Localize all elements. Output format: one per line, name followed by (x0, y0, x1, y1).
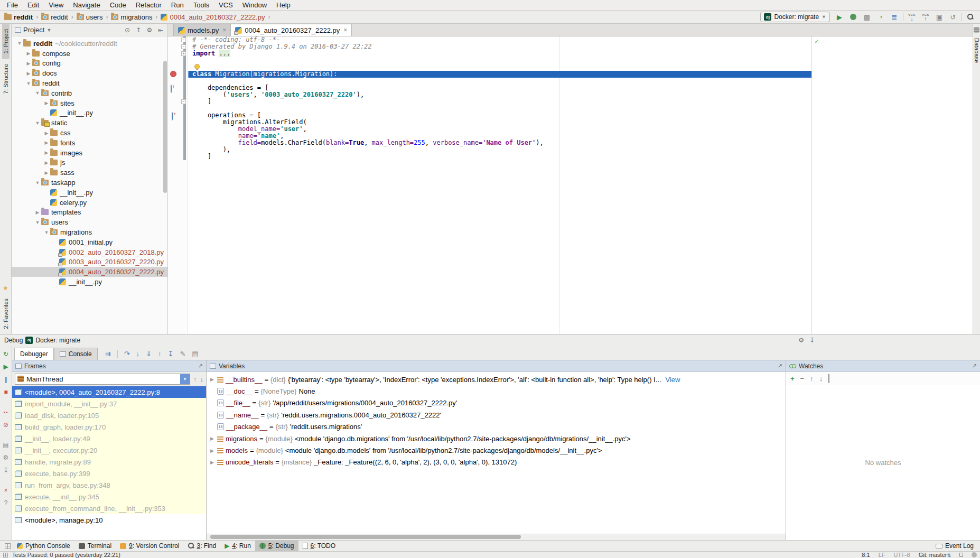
next-frame-button[interactable]: ↓ (200, 375, 204, 383)
collapse-all-button[interactable]: ↥ (135, 26, 142, 34)
step-out-button[interactable]: ↑ (158, 350, 162, 358)
tree-item-config[interactable]: ▶config (12, 59, 167, 69)
chevron-down-icon[interactable]: ▼ (34, 90, 41, 96)
restore-layout-button[interactable]: ▤ (192, 350, 198, 358)
variable-row[interactable]: ▶models = {module} <module 'django.db.mo… (207, 444, 786, 456)
breakpoint-icon[interactable] (170, 71, 176, 77)
frame-row[interactable]: build_graph, loader.py:170 (12, 421, 206, 433)
fold-collapse-icon[interactable]: − (181, 44, 186, 49)
variables-hscrollbar[interactable] (207, 534, 786, 540)
profiler-button[interactable]: ◔ (875, 12, 886, 22)
step-over-button[interactable]: ↷ (124, 350, 130, 358)
tree-item--init-py[interactable]: __init__.py (12, 108, 167, 118)
duplicate-watch-button[interactable] (828, 375, 829, 383)
variable-row[interactable]: 18__file__ = {str} '/app/reddit/users/mi… (207, 397, 786, 409)
tree-item-reddit[interactable]: ▼reddit (12, 78, 167, 88)
view-breakpoints-button[interactable]: ●● (2, 408, 10, 416)
tree-item-users[interactable]: ▼users (12, 217, 167, 227)
editor-tab-0004-auto-20160327-2222-py[interactable]: 0004_auto_20160327_2222.py× (230, 24, 352, 36)
sidebar-tab-structure[interactable]: 7: Structure (2, 59, 10, 99)
hide-panel-button[interactable]: ⇤ (157, 26, 164, 34)
chevron-right-icon[interactable]: ▶ (25, 61, 32, 66)
menu-edit[interactable]: Edit (23, 1, 44, 9)
tree-item-0001-initial-py[interactable]: 0001_initial.py (12, 237, 167, 247)
menu-refactor[interactable]: Refactor (131, 1, 166, 9)
evaluate-expression-button[interactable]: ✎ (180, 350, 185, 358)
close-tab-icon[interactable]: × (222, 26, 226, 34)
step-into-button[interactable]: ↓ (136, 350, 140, 358)
project-scrollbar[interactable] (163, 61, 167, 193)
tree-item-static[interactable]: ▼static (12, 118, 167, 128)
chevron-right-icon[interactable]: ▶ (43, 170, 50, 175)
menu-view[interactable]: View (44, 1, 68, 9)
close-tab-icon[interactable]: × (343, 26, 347, 34)
chevron-right-icon[interactable]: ▶ (43, 100, 50, 106)
frame-row[interactable]: load_disk, loader.py:105 (12, 410, 206, 421)
chevron-right-icon[interactable]: ▶ (43, 150, 50, 155)
status-message[interactable]: Tests Passed: 0 passed (yesterday 22:21) (12, 552, 120, 558)
breadcrumb-item[interactable]: users (77, 13, 103, 21)
fold-collapse-icon[interactable]: − (181, 38, 186, 42)
menu-window[interactable]: Window (238, 1, 272, 9)
toolwindow-button-9-version-control[interactable]: 9: Version Control (116, 541, 183, 551)
menu-vcs[interactable]: VCS (214, 1, 238, 9)
coverage-button[interactable]: ▩ (862, 12, 872, 22)
view-link[interactable]: View (666, 376, 680, 384)
breadcrumb-item[interactable]: migrations (111, 13, 152, 21)
undo-button[interactable]: ↺ (948, 12, 958, 22)
tree-item-migrations[interactable]: ▼migrations (12, 227, 167, 237)
stop-button[interactable]: ■ (2, 388, 10, 396)
toolwindow-button-5-debug[interactable]: 5: Debug (255, 541, 298, 551)
tree-item--init-py[interactable]: __init__.py (12, 188, 167, 198)
thread-select[interactable]: MainThread ▼ (15, 374, 190, 385)
toolwindow-button-4-run[interactable]: ▶4: Run (220, 541, 255, 551)
frame-row[interactable]: import_module, __init__.py:37 (12, 398, 206, 410)
tree-item-0003-auto-20160327-2220-py[interactable]: 0003_auto_20160327_2220.py (12, 257, 167, 267)
vcs-commit-button[interactable]: VCS↑ (920, 12, 931, 22)
pause-button[interactable]: ∥ (2, 375, 10, 384)
variable-row[interactable]: 18__name__ = {str} 'reddit.users.migrati… (207, 409, 786, 421)
chevron-down-icon[interactable]: ▼ (46, 27, 51, 33)
mute-breakpoints-button[interactable]: ⊘ (2, 421, 10, 429)
rerun-button[interactable]: ↻ (2, 350, 10, 358)
gutter-field-icon[interactable] (171, 85, 172, 93)
variable-row[interactable]: ▶unicode_literals = {instance} _Feature:… (207, 457, 786, 468)
variable-row[interactable]: 18__doc__ = {NoneType} None (207, 385, 786, 397)
frame-row[interactable]: execute, __init__.py:345 (12, 491, 206, 503)
move-watch-down-button[interactable]: ↓ (819, 375, 823, 383)
gutter-field-icon[interactable] (172, 112, 173, 120)
menu-tools[interactable]: Tools (189, 1, 214, 9)
chevron-right-icon[interactable]: ▶ (209, 377, 215, 382)
tree-item-docs[interactable]: ▶docs (12, 68, 167, 78)
frame-row[interactable]: __init__, loader.py:49 (12, 433, 206, 444)
frame-row[interactable]: execute_from_command_line, __init__.py:3… (12, 503, 206, 514)
menu-help[interactable]: Help (272, 1, 295, 9)
tree-item-fonts[interactable]: ▶fonts (12, 138, 167, 148)
tree-item--init-py[interactable]: __init__.py (12, 277, 167, 287)
float-panel-icon[interactable]: ↗ (198, 362, 203, 369)
chevron-right-icon[interactable]: ▶ (25, 51, 32, 56)
encoding[interactable]: UTF-8 (893, 552, 910, 558)
variable-row[interactable]: 18__package__ = {str} 'reddit.users.migr… (207, 421, 786, 433)
menu-run[interactable]: Run (166, 1, 189, 9)
intention-bulb-icon[interactable] (194, 64, 200, 69)
toolwindow-button-terminal[interactable]: Terminal (74, 541, 116, 551)
close-button[interactable]: × (2, 486, 10, 495)
tree-item-js[interactable]: ▶js (12, 158, 167, 168)
breadcrumb-item[interactable]: reddit (41, 13, 68, 21)
frame-row[interactable]: __init__, executor.py:20 (12, 444, 206, 456)
tree-item-sites[interactable]: ▶sites (12, 98, 167, 108)
chevron-down-icon[interactable]: ▼ (180, 374, 190, 384)
scrollbar-thumb[interactable] (210, 535, 521, 539)
menu-code[interactable]: Code (105, 1, 131, 9)
breadcrumb-item[interactable]: 0004_auto_20160327_2222.py (161, 13, 265, 21)
show-execution-point-button[interactable]: ⇉ (105, 350, 111, 358)
force-step-into-button[interactable]: ⇓ (146, 350, 152, 358)
editor-body[interactable]: ✓ −−+− # -*- coding: utf-8 -*-# Generate… (168, 36, 973, 334)
editor-gutter[interactable]: −−+− (168, 36, 188, 334)
run-button[interactable]: ▶ (834, 12, 845, 22)
tool-window-switcher-icon[interactable] (2, 541, 13, 551)
toolwindow-button-event-log[interactable]: Event Log (931, 542, 978, 550)
tree-item-0004-auto-20160327-2222-py[interactable]: 0004_auto_20160327_2222.py (12, 267, 167, 277)
locate-file-button[interactable]: ⊙ (124, 26, 131, 34)
